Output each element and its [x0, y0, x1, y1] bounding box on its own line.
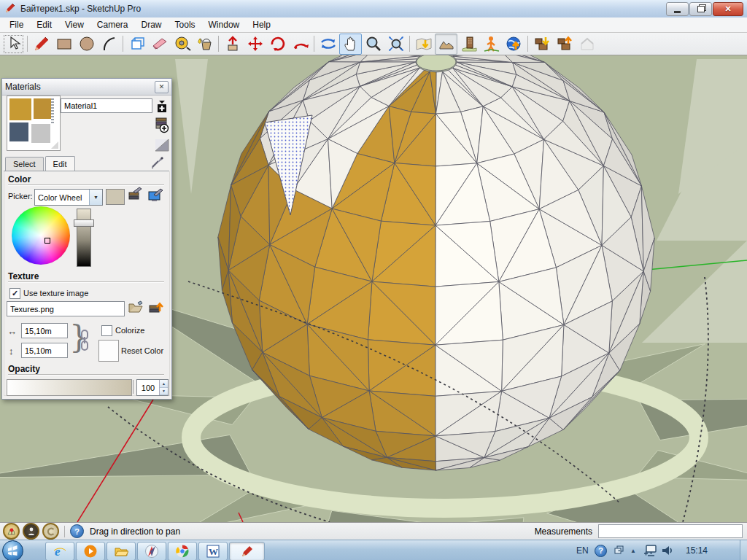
- edit-texture-image-button[interactable]: [148, 300, 164, 316]
- create-material-icon: [154, 116, 170, 133]
- show-desktop-button[interactable]: [740, 540, 747, 560]
- value-slider[interactable]: [77, 209, 91, 267]
- colorize-checkbox[interactable]: [101, 325, 112, 336]
- use-texture-checkbox[interactable]: [9, 288, 20, 299]
- opacity-value-input[interactable]: [137, 380, 159, 395]
- move-tool-button[interactable]: [244, 34, 266, 55]
- menu-tools[interactable]: Tools: [169, 18, 202, 31]
- language-bar-icon: [614, 545, 626, 556]
- secondary-pane-button[interactable]: [154, 98, 170, 114]
- create-material-button[interactable]: [154, 117, 170, 133]
- opacity-down-button[interactable]: [160, 388, 168, 396]
- add-location-tool-button[interactable]: [412, 34, 435, 55]
- rotate-tool-button[interactable]: [266, 34, 289, 55]
- circle-tool-button[interactable]: [75, 34, 98, 55]
- taskbar-explorer[interactable]: [107, 542, 136, 560]
- add-building-tool-button[interactable]: [480, 34, 503, 55]
- photo-textures-tool-button[interactable]: [457, 34, 480, 55]
- taskbar-internet-explorer[interactable]: e: [45, 542, 74, 560]
- tab-select[interactable]: Select: [5, 157, 44, 171]
- menu-file[interactable]: File: [3, 18, 30, 31]
- tray-volume[interactable]: [661, 540, 674, 560]
- taskbar-chrome[interactable]: [168, 542, 197, 560]
- tab-edit[interactable]: Edit: [45, 156, 75, 171]
- current-color-swatch[interactable]: [106, 189, 125, 205]
- share-component-tool-button[interactable]: [576, 34, 598, 55]
- toolbar-separator: [218, 36, 219, 52]
- eraser-tool-button[interactable]: [148, 34, 171, 55]
- credits-status-icon[interactable]: [23, 523, 39, 540]
- follow-me-tool-button[interactable]: [289, 34, 311, 55]
- opacity-slider[interactable]: [7, 379, 132, 396]
- start-button[interactable]: [2, 540, 23, 560]
- zoom-extents-tool-button[interactable]: [384, 34, 407, 55]
- tray-language-bar-options[interactable]: [614, 540, 626, 560]
- claim-credit-status-icon[interactable]: [42, 523, 59, 540]
- select-tool-button[interactable]: [2, 34, 25, 55]
- measurements-label: Measurements: [535, 526, 592, 537]
- taskbar-word[interactable]: W: [198, 542, 228, 560]
- paint-bucket-tool-button[interactable]: [193, 34, 216, 55]
- geolocation-status-icon[interactable]: [3, 523, 20, 540]
- materials-close-button[interactable]: ✕: [155, 81, 169, 93]
- orbit-tool-button[interactable]: [317, 34, 339, 55]
- color-wheel-marker[interactable]: [44, 238, 50, 244]
- get-models-icon: [533, 35, 551, 52]
- texture-height-input[interactable]: [21, 343, 68, 358]
- close-button[interactable]: ✕: [713, 2, 743, 16]
- menu-edit[interactable]: Edit: [30, 18, 58, 31]
- dropdown-arrow-icon[interactable]: [89, 190, 102, 205]
- tray-language[interactable]: EN: [576, 540, 589, 560]
- arc-tool-button[interactable]: [98, 34, 120, 55]
- taskbar-safari[interactable]: [137, 542, 166, 560]
- texture-width-input[interactable]: [21, 323, 68, 338]
- height-arrow-icon: ↕: [9, 346, 14, 357]
- texture-file-input[interactable]: [7, 301, 125, 316]
- line-tool-button[interactable]: [30, 34, 53, 55]
- push-pull-icon: [224, 35, 241, 52]
- push-pull-tool-button[interactable]: [221, 34, 244, 55]
- tray-network[interactable]: [643, 540, 658, 560]
- reset-color-swatch[interactable]: [98, 340, 119, 362]
- 3d-viewport[interactable]: Materials ✕ Select: [0, 55, 747, 522]
- taskbar-media-player[interactable]: [76, 542, 105, 560]
- tape-measure-tool-button[interactable]: [171, 34, 193, 55]
- rectangle-tool-button[interactable]: [53, 34, 75, 55]
- rotate-icon: [269, 35, 287, 52]
- share-model-tool-button[interactable]: [553, 34, 576, 55]
- match-model-color-button[interactable]: [128, 187, 144, 203]
- browse-texture-button[interactable]: [128, 300, 144, 316]
- google-earth-tool-button[interactable]: [503, 34, 525, 55]
- get-models-tool-button[interactable]: [530, 34, 553, 55]
- help-icon[interactable]: ?: [70, 524, 84, 538]
- pan-tool-button[interactable]: [339, 34, 362, 55]
- default-material-button[interactable]: [154, 137, 170, 153]
- show-hidden-icons[interactable]: ▲: [630, 540, 636, 560]
- menu-help[interactable]: Help: [246, 18, 277, 31]
- menu-window[interactable]: Window: [202, 18, 247, 31]
- match-screen-color-button[interactable]: [147, 187, 163, 203]
- make-component-tool-button[interactable]: [125, 34, 148, 55]
- zoom-tool-button[interactable]: [362, 34, 384, 55]
- opacity-up-button[interactable]: [160, 380, 168, 388]
- menu-camera[interactable]: Camera: [90, 18, 135, 31]
- lock-aspect-chain-icon[interactable]: [80, 330, 90, 353]
- color-wheel[interactable]: [12, 206, 70, 265]
- taskbar-sketchup[interactable]: [229, 542, 265, 560]
- value-slider-handle[interactable]: [74, 219, 94, 227]
- materials-panel-titlebar[interactable]: Materials ✕: [2, 79, 171, 96]
- building-icon: [460, 35, 478, 52]
- taskbar-clock[interactable]: 15:14: [686, 540, 708, 560]
- material-name-input[interactable]: [61, 98, 152, 113]
- title-bar[interactable]: Байтерек1.skp - SketchUp Pro ✕: [0, 0, 747, 18]
- restore-button[interactable]: [689, 2, 712, 16]
- minimize-button[interactable]: [666, 2, 689, 16]
- menu-view[interactable]: View: [58, 18, 90, 31]
- picker-dropdown[interactable]: Color Wheel: [34, 189, 103, 206]
- material-preview[interactable]: [7, 96, 61, 151]
- tray-help[interactable]: ?: [595, 540, 607, 560]
- sample-paint-button[interactable]: [150, 154, 166, 170]
- toggle-terrain-tool-button[interactable]: [435, 34, 457, 55]
- measurements-box[interactable]: [598, 524, 743, 538]
- menu-draw[interactable]: Draw: [135, 18, 169, 31]
